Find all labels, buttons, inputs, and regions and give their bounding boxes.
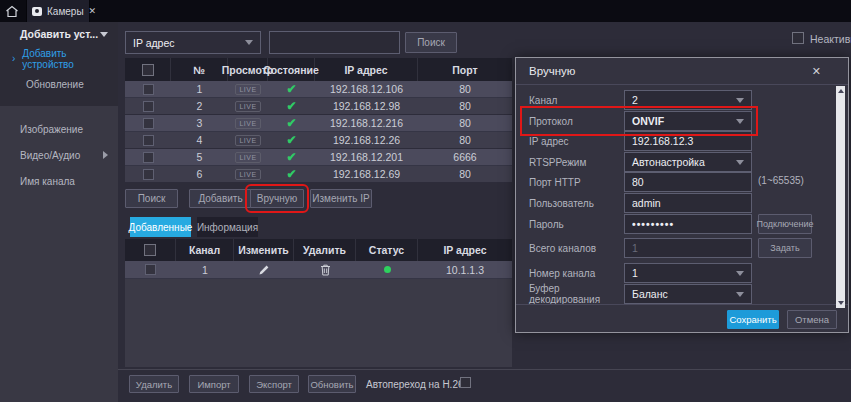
camera-icon <box>32 7 42 16</box>
sidebar-item-label: Обновление <box>26 79 84 90</box>
set-button[interactable]: Задать <box>758 238 812 258</box>
device-table-header: № Просмотр Состояние IP адрес Порт <box>125 58 512 81</box>
row-number: 6 <box>171 166 228 182</box>
live-badge[interactable]: LIVE <box>235 152 261 163</box>
col-preview: Просмотр <box>228 58 268 81</box>
search-filter-select[interactable]: IP адрес <box>125 31 261 54</box>
channel-select[interactable]: 2 <box>624 90 752 110</box>
save-button[interactable]: Сохранить <box>727 310 779 329</box>
select-all-checkbox[interactable] <box>142 64 154 76</box>
tab-close-icon[interactable]: ✕ <box>89 6 97 16</box>
channel-no-select[interactable]: 1 <box>624 263 752 283</box>
chevron-down-icon <box>245 40 253 45</box>
table-row[interactable]: 5 LIVE ✔ 192.168.12.201 6666 <box>125 149 512 166</box>
sidebar-item-add-device[interactable]: › Добавить устройство <box>0 46 118 71</box>
password-label: Пароль <box>529 219 624 230</box>
username-input[interactable] <box>624 193 752 213</box>
row-port: 80 <box>418 98 512 114</box>
row-port: 80 <box>418 166 512 182</box>
row-checkbox[interactable] <box>143 135 154 146</box>
decode-buffer-value: Баланс <box>632 288 668 300</box>
protocol-select[interactable]: ONVIF <box>624 111 752 131</box>
row-checkbox[interactable] <box>143 101 154 112</box>
search-input[interactable] <box>269 31 400 54</box>
tab-added[interactable]: Добавленные <box>130 217 191 237</box>
total-channels-input[interactable] <box>624 238 752 258</box>
scroll-up-icon[interactable] <box>838 89 844 93</box>
home-button[interactable] <box>0 0 24 22</box>
password-input[interactable] <box>624 214 752 234</box>
live-badge[interactable]: LIVE <box>235 118 261 129</box>
manual-add-button[interactable]: Вручную <box>250 189 304 208</box>
table-row[interactable]: 1 LIVE ✔ 192.168.12.106 80 <box>125 81 512 98</box>
row-ip: 192.168.12.98 <box>315 98 418 114</box>
export-button[interactable]: Экспорт <box>249 375 299 393</box>
sidebar-group-add-device: Добавить уст... › Добавить устройство Об… <box>0 22 118 106</box>
sidebar-group-header[interactable]: Добавить уст... <box>0 22 118 46</box>
refresh-button[interactable]: Обновить <box>308 375 356 393</box>
http-port-input[interactable] <box>624 172 752 192</box>
rtsp-label: RTSPРежим <box>529 157 624 168</box>
trash-icon[interactable] <box>320 264 331 276</box>
pencil-icon[interactable] <box>258 264 270 276</box>
sidebar-item-video-audio[interactable]: Видео/Аудио <box>0 142 118 168</box>
row-port: 80 <box>418 132 512 148</box>
h265-label: Автопереход на H.265 <box>366 379 469 390</box>
check-icon: ✔ <box>286 133 296 147</box>
chevron-right-icon: › <box>12 53 15 64</box>
decode-buffer-select[interactable]: Баланс <box>624 284 752 304</box>
http-port-label: Порт HTTP <box>529 177 624 188</box>
dialog-title: Вручную <box>529 65 575 77</box>
tab-cameras[interactable]: Камеры ✕ <box>26 0 90 22</box>
row-channel: 1 <box>176 261 234 278</box>
tab-info[interactable]: Информация <box>197 217 258 237</box>
live-badge[interactable]: LIVE <box>235 169 261 180</box>
chevron-down-icon <box>736 292 744 297</box>
row-checkbox[interactable] <box>143 169 154 180</box>
row-checkbox[interactable] <box>143 152 154 163</box>
table-row[interactable]: 6 LIVE ✔ 192.168.12.69 80 <box>125 166 512 183</box>
search-button[interactable]: Поиск <box>405 32 457 53</box>
check-icon: ✔ <box>286 82 296 96</box>
sidebar-item-channel-name[interactable]: Имя канала <box>0 168 118 194</box>
row-checkbox[interactable] <box>145 264 156 275</box>
footer-divider <box>118 369 851 370</box>
ip-input[interactable] <box>624 131 752 151</box>
row-ip: 192.168.12.26 <box>315 132 418 148</box>
change-ip-button[interactable]: Изменить IP <box>310 189 372 208</box>
live-badge[interactable]: LIVE <box>235 135 261 146</box>
col-channel: Канал <box>176 239 234 261</box>
row-number: 1 <box>171 81 228 97</box>
row-checkbox[interactable] <box>143 84 154 95</box>
dialog-scrollbar[interactable] <box>836 86 845 308</box>
ip-label: IP адрес <box>529 136 624 147</box>
table-row[interactable]: 4 LIVE ✔ 192.168.12.26 80 <box>125 132 512 149</box>
live-badge[interactable]: LIVE <box>235 84 261 95</box>
sidebar-item-image[interactable]: Изображение <box>0 116 118 142</box>
row-ip: 192.168.12.106 <box>315 81 418 97</box>
scroll-down-icon[interactable] <box>838 301 844 305</box>
table-row[interactable]: 2 LIVE ✔ 192.168.12.98 80 <box>125 98 512 115</box>
cancel-button[interactable]: Отмена <box>787 310 837 329</box>
close-icon[interactable]: ✕ <box>812 65 821 78</box>
add-button[interactable]: Добавить <box>189 189 252 208</box>
protocol-value: ONVIF <box>632 115 664 127</box>
row-number: 4 <box>171 132 228 148</box>
col-status: Статус <box>356 239 418 261</box>
title-bar: Камеры ✕ <box>0 0 851 22</box>
delete-button[interactable]: Удалить <box>129 375 179 393</box>
h265-checkbox[interactable] <box>460 377 471 388</box>
table-row[interactable]: 3 LIVE ✔ 192.168.12.216 80 <box>125 115 512 132</box>
inactive-checkbox[interactable] <box>792 32 804 44</box>
row-checkbox[interactable] <box>143 118 154 129</box>
connect-button[interactable]: Подключение <box>758 214 812 234</box>
table-row[interactable]: 1 10.1.1.3 <box>125 261 512 279</box>
select-all-checkbox[interactable] <box>144 244 156 256</box>
check-icon: ✔ <box>286 167 296 181</box>
rtsp-select[interactable]: Автонастройка <box>624 152 752 172</box>
sidebar-item-label: Имя канала <box>20 176 75 187</box>
sidebar-item-update[interactable]: Обновление <box>0 71 118 98</box>
import-button[interactable]: Импорт <box>189 375 239 393</box>
live-badge[interactable]: LIVE <box>235 101 261 112</box>
search-devices-button[interactable]: Поиск <box>125 189 178 208</box>
